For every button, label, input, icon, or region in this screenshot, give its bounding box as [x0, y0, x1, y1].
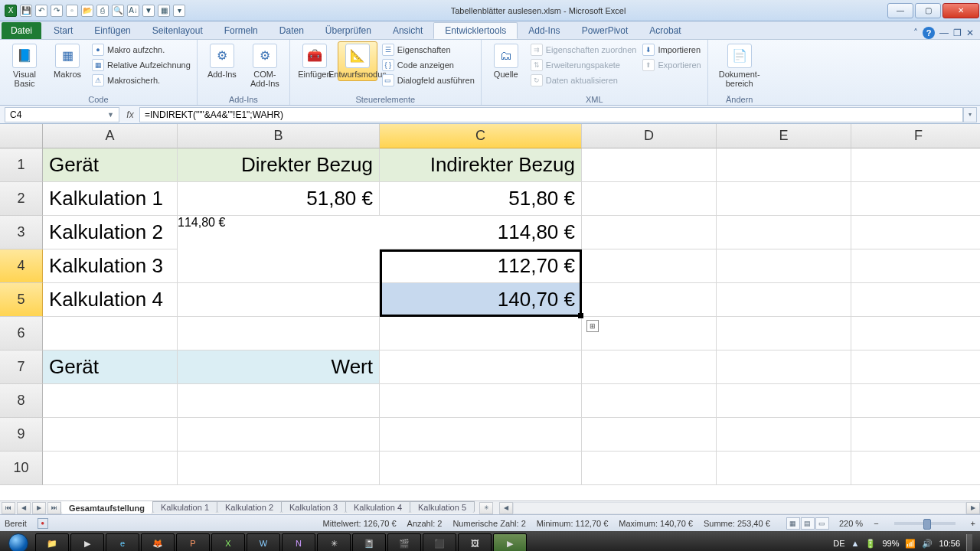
view-page-layout-icon[interactable]: ▤ [801, 517, 815, 530]
cell-C6[interactable] [380, 317, 582, 350]
cell-D3[interactable] [582, 216, 717, 249]
cell-B4[interactable] [178, 249, 380, 283]
taskbar-app-4[interactable]: ⬛ [423, 533, 456, 551]
col-header-F[interactable]: F [851, 124, 980, 148]
cell-F8[interactable] [851, 384, 980, 418]
cell-A3[interactable]: Kalkulation 2 [43, 216, 178, 249]
cell-F10[interactable] [851, 452, 980, 485]
cell-C5[interactable]: 140,70 € [380, 283, 582, 317]
cell-A4[interactable]: Kalkulation 3 [43, 249, 178, 283]
cell-D5[interactable] [582, 283, 717, 317]
workbook-minimize-icon[interactable]: — [939, 28, 949, 38]
sort-icon[interactable]: A↓ [127, 5, 139, 17]
zoom-slider[interactable] [894, 522, 956, 525]
file-tab[interactable]: Datei [2, 22, 41, 39]
cell-D8[interactable] [582, 384, 717, 418]
eigenschaften-button[interactable]: ☰Eigenschaften [381, 43, 476, 57]
cell-E2[interactable] [717, 182, 851, 216]
tab-addins[interactable]: Add-Ins [518, 22, 570, 39]
tab-powerpivot[interactable]: PowerPivot [571, 22, 639, 39]
cell-C7[interactable] [380, 350, 582, 384]
hscroll-right-icon[interactable]: ▶ [966, 502, 980, 514]
tab-ansicht[interactable]: Ansicht [382, 22, 433, 39]
cell-A5[interactable]: Kalkulation 4 [43, 283, 178, 317]
minimize-button[interactable]: — [887, 3, 913, 18]
makros-button[interactable]: ▦Makros [47, 41, 87, 81]
row-header-9[interactable]: 9 [0, 418, 43, 452]
zoom-in-icon[interactable]: + [971, 519, 975, 528]
cell-E7[interactable] [717, 350, 851, 384]
autofill-options-icon[interactable]: ⊞ [586, 320, 599, 332]
view-page-break-icon[interactable]: ▭ [815, 517, 829, 530]
taskbar-word[interactable]: W [247, 533, 280, 551]
taskbar-explorer[interactable]: 📁 [35, 533, 69, 551]
tab-daten[interactable]: Daten [269, 22, 315, 39]
cell-A1[interactable]: Gerät [43, 148, 178, 182]
col-header-A[interactable]: A [43, 124, 178, 148]
taskbar-app-3[interactable]: 🎬 [387, 533, 421, 551]
cell-E6[interactable] [717, 317, 851, 350]
maximize-button[interactable]: ▢ [915, 3, 941, 18]
cell-E3[interactable] [717, 216, 851, 249]
cell-A8[interactable] [43, 384, 178, 418]
tray-lang[interactable]: DE [833, 539, 844, 548]
help-icon[interactable]: ? [923, 27, 935, 39]
cell-A7[interactable]: Gerät [43, 350, 178, 384]
row-header-8[interactable]: 8 [0, 384, 43, 418]
save-icon[interactable]: 💾 [20, 5, 32, 17]
relative-aufzeichnung-button[interactable]: ▦Relative Aufzeichnung [90, 58, 192, 72]
preview-icon[interactable]: 🔍 [112, 5, 124, 17]
cell-C8[interactable] [380, 384, 582, 418]
cell-A10[interactable] [43, 452, 178, 485]
macro-record-status-icon[interactable]: ● [38, 518, 48, 529]
tab-formeln[interactable]: Formeln [214, 22, 269, 39]
col-header-D[interactable]: D [582, 124, 717, 148]
filter-icon[interactable]: ▼ [142, 5, 155, 17]
cell-D7[interactable] [582, 350, 717, 384]
taskbar-app-active[interactable]: ▶ [493, 533, 527, 551]
tab-einfuegen[interactable]: Einfügen [83, 22, 141, 39]
fx-icon[interactable]: fx [121, 109, 139, 120]
cell-D2[interactable] [582, 182, 717, 216]
tab-acrobat[interactable]: Acrobat [639, 22, 691, 39]
cell-D6[interactable] [582, 317, 717, 350]
name-box[interactable]: C4▼ [5, 107, 119, 122]
cell-C3[interactable]: 114,80 € [380, 216, 582, 249]
cell-C4[interactable]: 112,70 € [380, 249, 582, 283]
taskbar-onenote[interactable]: N [282, 533, 315, 551]
cell-B8[interactable] [178, 384, 380, 418]
start-button[interactable] [3, 533, 34, 551]
tab-ueberpruefen[interactable]: Überprüfen [315, 22, 382, 39]
cell-D10[interactable] [582, 452, 717, 485]
sheet-tab-kalkulation-1[interactable]: Kalkulation 1 [152, 501, 217, 513]
taskbar-app-1[interactable]: ✳ [317, 533, 351, 551]
cell-D1[interactable] [582, 148, 717, 182]
cell-D9[interactable] [582, 418, 717, 452]
row-header-7[interactable]: 7 [0, 350, 43, 384]
cell-B9[interactable] [178, 418, 380, 452]
workbook-restore-icon[interactable]: ❐ [953, 28, 962, 38]
print-icon[interactable]: ⎙ [96, 5, 109, 17]
taskbar-ie[interactable]: e [106, 533, 139, 551]
taskbar-media[interactable]: ▶ [70, 533, 104, 551]
col-header-C[interactable]: C [380, 124, 582, 148]
cell-F2[interactable] [851, 182, 980, 216]
taskbar-firefox[interactable]: 🦊 [141, 533, 175, 551]
cell-F1[interactable] [851, 148, 980, 182]
sheet-tab-kalkulation-5[interactable]: Kalkulation 5 [410, 501, 475, 513]
cell-B5[interactable] [178, 283, 380, 317]
taskbar-app-5[interactable]: 🖼 [458, 533, 492, 551]
com-addins-button[interactable]: ⚙COM-Add-Ins [245, 41, 285, 90]
dokumentbereich-button[interactable]: 📄Dokument-bereich [713, 41, 766, 90]
col-header-B[interactable]: B [178, 124, 380, 148]
cell-C1[interactable]: Indirekter Bezug [380, 148, 582, 182]
row-header-3[interactable]: 3 [0, 216, 43, 249]
cell-C9[interactable] [380, 418, 582, 452]
hscroll-left-icon[interactable]: ◀ [499, 502, 513, 514]
cell-A6[interactable] [43, 317, 178, 350]
entwurfsmodus-button[interactable]: 📐Entwurfsmodus [338, 41, 377, 81]
sheet-tab-kalkulation-3[interactable]: Kalkulation 3 [281, 501, 346, 513]
taskbar-excel[interactable]: X [211, 533, 245, 551]
code-anzeigen-button[interactable]: { }Code anzeigen [381, 58, 476, 72]
close-button[interactable]: ✕ [942, 3, 979, 18]
